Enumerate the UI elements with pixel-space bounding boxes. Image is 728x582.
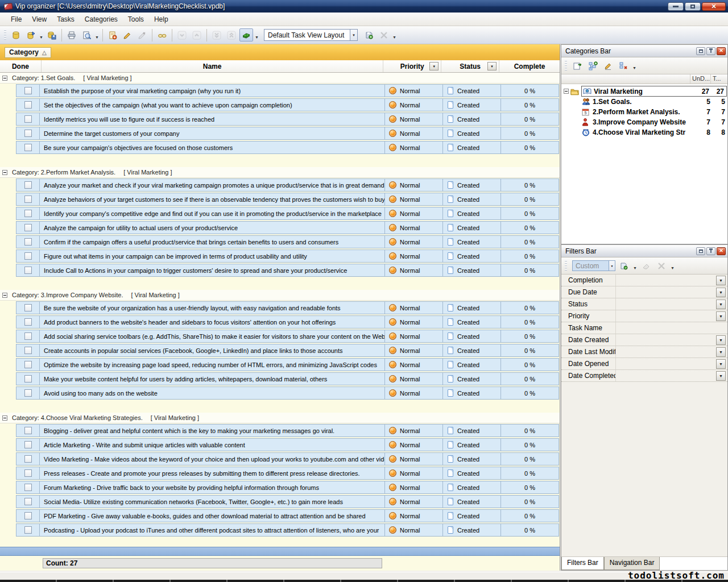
table-row[interactable]: Podcasting - Upload your podcast to iTun… — [16, 523, 559, 537]
filters-bar-restore-button[interactable] — [696, 247, 705, 255]
table-row[interactable]: Press releases - Create and promote your… — [16, 467, 559, 480]
filter-preset-combo[interactable]: Custom ▼ — [572, 260, 615, 271]
filter-row[interactable]: Status ▼ — [561, 298, 727, 310]
done-checkbox[interactable] — [24, 469, 32, 477]
status-cell[interactable]: Created — [442, 481, 500, 493]
complete-cell[interactable]: 0 % — [500, 467, 559, 479]
task-name-cell[interactable]: Add social sharing service toolbars (e.g… — [39, 330, 384, 342]
new-database-button[interactable] — [9, 28, 23, 41]
done-checkbox[interactable] — [24, 267, 32, 274]
task-name-cell[interactable]: Create accounts in popular social servic… — [39, 344, 384, 356]
task-name-cell[interactable]: Forum Marketing - Drive traffic back to … — [39, 481, 384, 493]
complete-cell[interactable]: 0 % — [500, 439, 559, 451]
complete-cell[interactable]: 0 % — [500, 127, 559, 139]
new-task-list-button[interactable] — [570, 59, 584, 72]
done-checkbox[interactable] — [24, 512, 32, 519]
status-cell[interactable]: Created — [442, 142, 500, 153]
layout-combo-caret[interactable]: ▼ — [350, 30, 357, 40]
task-name-cell[interactable]: Make your website content helpful for us… — [39, 373, 384, 385]
status-cell[interactable]: Created — [442, 264, 500, 276]
filter-dropdown-button[interactable]: ▼ — [716, 276, 726, 285]
edit-task-button[interactable] — [121, 28, 134, 41]
move-down-button[interactable] — [175, 28, 189, 41]
status-cell[interactable]: Created — [442, 425, 500, 436]
complete-cell[interactable]: 0 % — [500, 425, 559, 436]
table-row[interactable]: Identify metrics you will use to figure … — [16, 113, 559, 126]
task-name-cell[interactable]: Article Marketing - Write and submit uni… — [39, 439, 384, 451]
complete-cell[interactable]: 0 % — [500, 330, 559, 342]
complete-cell[interactable]: 0 % — [500, 496, 559, 508]
status-cell[interactable]: Created — [442, 236, 500, 248]
column-header-done[interactable]: Done — [0, 60, 42, 72]
done-checkbox[interactable] — [24, 484, 32, 491]
status-cell[interactable]: Created — [442, 316, 500, 328]
tree-root-selection[interactable]: Viral Marketing 27 27 — [581, 86, 727, 97]
print-button[interactable] — [65, 28, 78, 41]
table-row[interactable]: Be sure the website of your organization… — [16, 301, 559, 314]
filter-row-value[interactable]: ▼ — [616, 286, 727, 298]
view-glasses-button[interactable] — [155, 28, 169, 41]
priority-cell[interactable]: Normal — [384, 439, 442, 451]
filter-row-value[interactable]: ▼ — [616, 334, 727, 346]
table-row[interactable]: Analyze your market and check if your vi… — [16, 178, 559, 192]
table-row[interactable]: Avoid using too many ads on the website … — [16, 386, 559, 400]
status-cell[interactable]: Created — [442, 524, 500, 536]
priority-cell[interactable]: Normal — [384, 264, 442, 276]
priority-cell[interactable]: Normal — [384, 330, 442, 342]
categories-bar-restore-button[interactable] — [696, 47, 705, 55]
done-checkbox[interactable] — [24, 347, 32, 354]
task-name-cell[interactable]: Social Media- Utilize existing communica… — [39, 496, 384, 508]
move-top-button[interactable] — [225, 28, 238, 41]
done-checkbox[interactable] — [24, 375, 32, 383]
column-header-name[interactable]: Name — [42, 60, 383, 72]
collapse-group-icon[interactable] — [2, 415, 7, 421]
done-checkbox[interactable] — [24, 427, 32, 434]
filter-row-value[interactable]: ▼ — [616, 310, 727, 322]
filter-dropdown-button[interactable]: ▼ — [716, 335, 726, 345]
task-name-cell[interactable]: Figure out what items in your campaign c… — [39, 250, 384, 262]
filter-dropdown-button[interactable]: ▼ — [716, 359, 726, 369]
task-name-cell[interactable]: Optimize the website by increasing page … — [39, 359, 384, 371]
complete-cell[interactable]: 0 % — [500, 99, 559, 111]
task-name-cell[interactable]: Be sure the website of your organization… — [39, 302, 384, 314]
filter-row[interactable]: Date Last Modifie ▼ — [561, 346, 727, 358]
complete-cell[interactable]: 0 % — [500, 453, 559, 465]
done-checkbox[interactable] — [24, 498, 32, 505]
done-checkbox[interactable] — [24, 87, 32, 94]
filter-row-value[interactable]: ▼ — [616, 298, 727, 310]
task-name-cell[interactable]: Add product banners to the website's hea… — [39, 316, 384, 328]
priority-cell[interactable]: Normal — [384, 302, 442, 314]
menu-file[interactable]: File — [6, 13, 27, 26]
complete-cell[interactable]: 0 % — [500, 524, 559, 536]
priority-cell[interactable]: Normal — [384, 193, 442, 205]
status-cell[interactable]: Created — [442, 302, 500, 314]
table-row[interactable]: Analyze the campaign for utility to actu… — [16, 221, 559, 234]
status-cell[interactable]: Created — [442, 193, 500, 205]
task-name-cell[interactable]: Confirm if the campaign offers a useful … — [39, 236, 384, 248]
category-group-header[interactable]: Category: 1.Set Goals. [ Viral Marketing… — [0, 73, 560, 84]
task-name-cell[interactable]: Establish the purpose of your viral mark… — [39, 85, 384, 97]
done-checkbox[interactable] — [24, 101, 32, 109]
tree-root-row[interactable]: Viral Marketing 27 27 — [561, 86, 727, 97]
complete-cell[interactable]: 0 % — [500, 222, 559, 234]
filter-dropdown-button[interactable]: ▼ — [716, 311, 726, 321]
table-row[interactable]: Include Call to Actions in your campaign… — [16, 264, 559, 277]
priority-cell[interactable]: Normal — [384, 113, 442, 125]
table-row[interactable]: Social Media- Utilize existing communica… — [16, 495, 559, 508]
column-header-complete[interactable]: Complete — [499, 60, 560, 72]
done-checkbox[interactable] — [24, 441, 32, 448]
done-checkbox[interactable] — [24, 252, 32, 260]
table-row[interactable]: Article Marketing - Write and submit uni… — [16, 438, 559, 451]
collapse-group-icon[interactable] — [2, 293, 7, 298]
priority-cell[interactable]: Normal — [384, 222, 442, 234]
categories-bar-close-button[interactable]: ✕ — [717, 47, 726, 55]
filter-dropdown-button[interactable]: ▼ — [716, 288, 726, 297]
done-checkbox[interactable] — [24, 389, 32, 397]
layout-combo[interactable]: Default Task View Layout ▼ — [264, 29, 358, 41]
priority-cell[interactable]: Normal — [384, 85, 442, 97]
priority-cell[interactable]: Normal — [384, 467, 442, 479]
task-name-cell[interactable]: Be sure your campaign's objectives are f… — [39, 142, 384, 153]
priority-cell[interactable]: Normal — [384, 373, 442, 385]
done-checkbox[interactable] — [24, 130, 32, 137]
filter-row[interactable]: Date Created ▼ — [561, 334, 727, 346]
